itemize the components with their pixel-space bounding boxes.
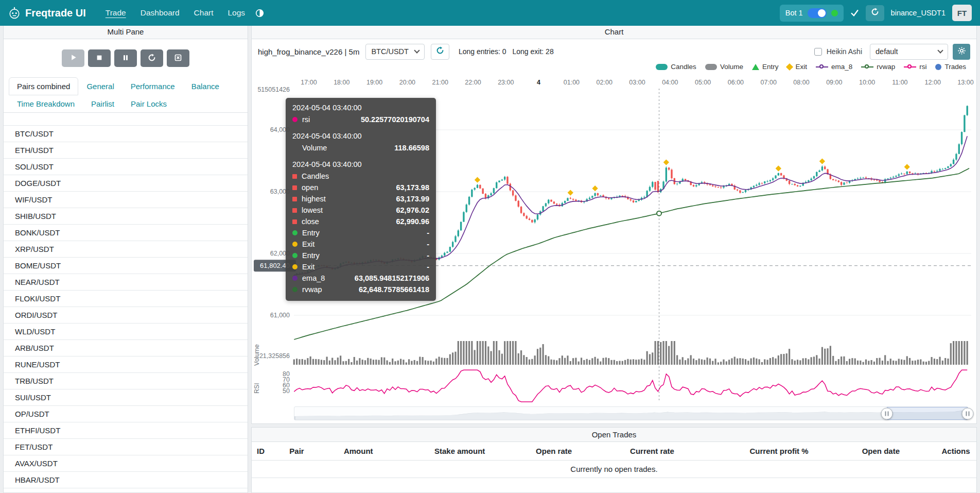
legend-linecircle-icon (816, 64, 828, 70)
multi-pane-tabs: Pairs combinedGeneralPerformanceBalanceT… (4, 71, 248, 113)
pair-select-value: BTC/USDT (371, 47, 409, 56)
nav-item-chart[interactable]: Chart (188, 5, 220, 21)
nav-item-trade[interactable]: Trade (99, 5, 132, 21)
column-header-current-rate[interactable]: Current rate (625, 442, 744, 461)
cancel-open-orders-button[interactable] (167, 49, 189, 67)
long-exit-label: Long exit: 28 (513, 47, 554, 56)
pair-row[interactable]: BOME/USDT (4, 257, 248, 274)
pair-row[interactable]: WIF/USDT (4, 191, 248, 208)
pair-row[interactable]: WLD/USDT (4, 323, 248, 339)
pair-row[interactable]: SHIB/USDT (4, 208, 248, 224)
pair-row[interactable]: ETHFI/USDT (4, 422, 248, 438)
pair-row[interactable]: HBAR/USDT (4, 471, 248, 488)
brand-title: Freqtrade UI (25, 7, 86, 19)
datazoom-shadow (294, 407, 968, 420)
bot-controls (4, 39, 248, 71)
tooltip-timestamp: 2024-05-04 03:40:00 (292, 104, 429, 112)
chart-refresh-button[interactable] (431, 44, 449, 60)
pause-bot-button[interactable] (114, 49, 137, 67)
pair-row[interactable]: XRP/USDT (4, 241, 248, 257)
legend-item-ema_8[interactable]: ema_8 (816, 63, 852, 71)
series-marker-icon (292, 242, 297, 247)
datazoom-selection[interactable] (887, 407, 968, 420)
column-header-open-rate[interactable]: Open rate (531, 442, 625, 461)
bot-selector[interactable]: Bot 1 (780, 5, 844, 22)
column-header-pair[interactable]: Pair (284, 442, 339, 461)
pair-row[interactable]: SOL/USDT (4, 158, 248, 175)
empty-trades-message: Currently no open trades. (252, 461, 976, 478)
column-header-actions[interactable]: Actions (937, 442, 976, 461)
tab-pair-locks[interactable]: Pair Locks (122, 95, 175, 113)
tab-pairs-combined[interactable]: Pairs combined (9, 77, 78, 95)
tooltip-row-highest: highest63,173.99 (292, 193, 429, 205)
theme-toggle-icon[interactable] (255, 9, 264, 18)
tab-general[interactable]: General (78, 77, 122, 95)
svg-text:11:00: 11:00 (892, 79, 907, 86)
tab-pairlist[interactable]: Pairlist (83, 95, 122, 113)
bot-toggle[interactable] (808, 8, 827, 18)
pair-row[interactable]: ORDI/USDT (4, 307, 248, 323)
tooltip-timestamp: 2024-05-04 03:40:00 (292, 160, 429, 168)
legend-item-candles[interactable]: Candles (656, 63, 696, 71)
legend-label: rvwap (877, 63, 895, 71)
refresh-chart-icon (436, 46, 444, 57)
svg-text:02:00: 02:00 (597, 79, 612, 86)
nav-item-logs[interactable]: Logs (221, 5, 251, 21)
column-header-current-profit-[interactable]: Current profit % (744, 442, 856, 461)
datazoom-right-handle[interactable] (962, 407, 974, 419)
svg-text:515051426: 515051426 (257, 86, 290, 93)
chart-tooltip: 2024-05-04 03:40:00rsi50.225770201907042… (286, 98, 436, 301)
pair-select[interactable]: BTC/USDT (365, 44, 425, 60)
column-header-stake-amount[interactable]: Stake amount (429, 442, 531, 461)
plot-settings-button[interactable] (953, 44, 970, 60)
pair-row[interactable]: BTC/USDT (4, 125, 248, 142)
legend-circle-icon (935, 64, 941, 70)
datazoom-slider[interactable] (294, 406, 968, 420)
pair-row[interactable]: ETH/USDT (4, 142, 248, 158)
nav-item-dashboard[interactable]: Dashboard (134, 5, 186, 21)
start-bot-button[interactable] (62, 49, 84, 67)
tab-balance[interactable]: Balance (183, 77, 227, 95)
pair-row[interactable]: NEAR/USDT (4, 274, 248, 290)
pair-row[interactable]: DOGE/USDT (4, 175, 248, 191)
pair-row[interactable]: RUNE/USDT (4, 356, 248, 372)
pair-row[interactable]: SUI/USDT (4, 389, 248, 405)
pair-row[interactable]: TRB/USDT (4, 372, 248, 389)
chevron-down-icon (414, 47, 419, 53)
toggle-knob (818, 9, 826, 17)
legend-item-rvwap[interactable]: rvwap (861, 63, 895, 71)
column-header-amount[interactable]: Amount (339, 442, 429, 461)
pair-row[interactable]: OP/USDT (4, 405, 248, 422)
tab-performance[interactable]: Performance (122, 77, 183, 95)
pair-row[interactable]: FET/USDT (4, 438, 248, 455)
pair-row[interactable]: ARB/USDT (4, 339, 248, 356)
legend-item-rsi[interactable]: rsi (904, 63, 926, 71)
stop-bot-button[interactable] (88, 49, 111, 67)
pair-row[interactable]: FLOKI/USDT (4, 290, 248, 307)
column-header-id[interactable]: ID (252, 442, 284, 461)
column-header-open-date[interactable]: Open date (857, 442, 937, 461)
tab-time-breakdown[interactable]: Time Breakdown (9, 95, 83, 113)
pair-row[interactable]: AVAX/USDT (4, 455, 248, 471)
bot-online-dot (831, 10, 838, 16)
brand[interactable]: Freqtrade UI (8, 7, 86, 19)
pair-row[interactable]: RNDR/USDT (4, 488, 248, 493)
strategy-label: high_frog_binance_v226 | 5m (258, 47, 359, 56)
navbar-reload-button[interactable] (866, 5, 884, 21)
svg-text:05:00: 05:00 (695, 79, 711, 86)
legend-roundrect-icon (656, 64, 668, 70)
plot-config-select[interactable]: default (870, 44, 948, 60)
legend-item-volume[interactable]: Volume (705, 63, 743, 71)
bot-name: Bot 1 (785, 9, 803, 17)
svg-text:61,000: 61,000 (270, 312, 290, 319)
datazoom-left-handle[interactable] (881, 407, 893, 419)
legend-item-entry[interactable]: Entry (752, 63, 779, 71)
user-avatar[interactable]: FT (952, 5, 972, 21)
reload-trades-button[interactable] (141, 49, 163, 67)
cancel-orders-icon (174, 54, 182, 63)
legend-item-exit[interactable]: Exit (787, 63, 807, 71)
heikin-ashi-checkbox[interactable] (814, 48, 822, 56)
pair-row[interactable]: BONK/USDT (4, 224, 248, 241)
legend-linecircle-icon (861, 64, 873, 70)
legend-item-trades[interactable]: Trades (935, 63, 966, 71)
